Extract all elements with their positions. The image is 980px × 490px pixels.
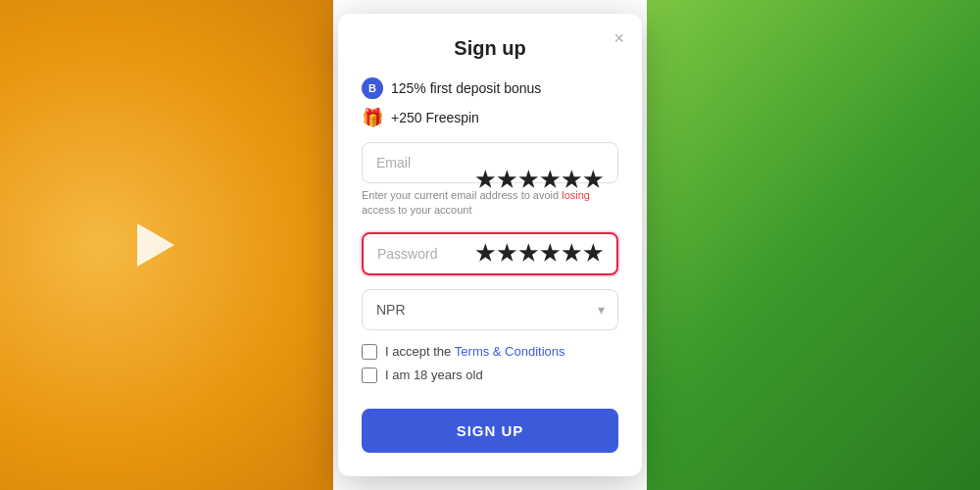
password-input[interactable]: [362, 232, 618, 275]
losing-highlight: losing: [562, 189, 590, 201]
checkboxes-group: I accept the Terms & Conditions I am 18 …: [362, 344, 618, 383]
play-icon[interactable]: [137, 223, 174, 267]
bonus-b-icon: B: [362, 77, 383, 99]
signup-button[interactable]: SIGN UP: [362, 409, 618, 453]
bonus-row-2: 🎁 +250 Freespin: [362, 107, 618, 128]
gift-icon: 🎁: [362, 107, 383, 128]
signup-modal: Sign up × B 125% first deposit bonus 🎁 +…: [338, 14, 642, 476]
email-hint: Enter your current email address to avoi…: [362, 188, 618, 219]
background-right: [647, 0, 980, 490]
password-group: ★★★★★★: [362, 232, 618, 275]
modal-overlay: Sign up × B 125% first deposit bonus 🎁 +…: [338, 14, 642, 476]
terms-label: I accept the Terms & Conditions: [385, 344, 565, 359]
bonus2-text: +250 Freespin: [391, 110, 479, 125]
modal-title: Sign up: [362, 37, 618, 60]
age-checkbox[interactable]: [362, 368, 377, 383]
currency-group: NPR USD EUR GBP ▾: [362, 289, 618, 330]
terms-checkbox[interactable]: [362, 344, 377, 360]
email-input[interactable]: [362, 142, 618, 183]
bonus1-text: 125% first deposit bonus: [391, 80, 541, 96]
currency-select[interactable]: NPR USD EUR GBP: [362, 289, 618, 330]
close-button[interactable]: ×: [613, 29, 624, 47]
terms-checkbox-row[interactable]: I accept the Terms & Conditions: [362, 344, 618, 360]
email-group: ★★★★★★ Enter your current email address …: [362, 142, 618, 219]
terms-link[interactable]: Terms & Conditions: [455, 344, 565, 359]
bonus-row-1: B 125% first deposit bonus: [362, 77, 618, 99]
age-checkbox-row[interactable]: I am 18 years old: [362, 368, 618, 383]
age-label: I am 18 years old: [385, 368, 483, 382]
